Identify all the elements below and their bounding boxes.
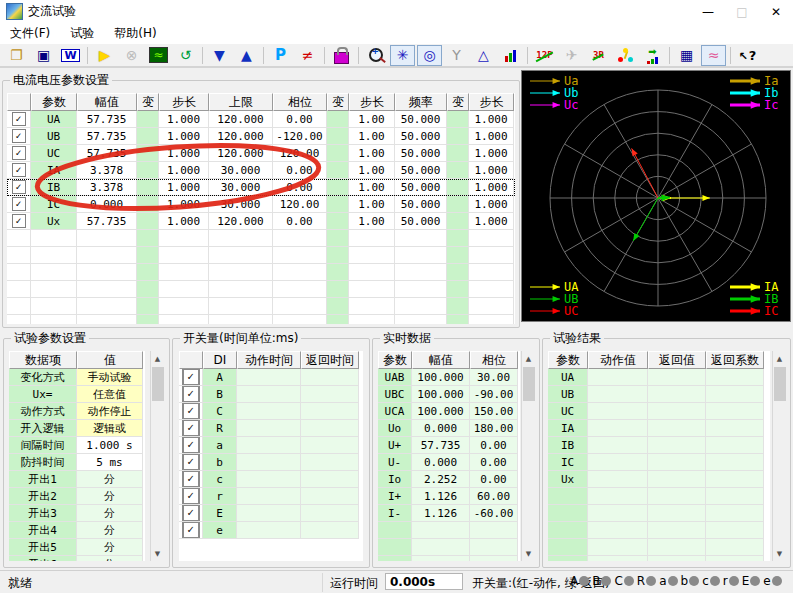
scroll-up-icon[interactable]: ▲	[773, 351, 786, 366]
cell-value[interactable]: 逻辑或	[77, 420, 143, 437]
cell-step3[interactable]: 1.000	[469, 162, 514, 179]
checkbox[interactable]: ✓	[182, 437, 200, 454]
scroll-down-icon[interactable]: ▼	[151, 546, 164, 561]
cell-freq[interactable]: 50.000	[395, 196, 447, 213]
delta-button[interactable]: △	[471, 45, 496, 66]
phase-button[interactable]: P	[268, 45, 293, 66]
cell-amp[interactable]: 57.735	[77, 128, 137, 145]
harmonic-button[interactable]: ◎	[417, 45, 442, 66]
realtime-scrollbar[interactable]: ▲ ▼	[521, 351, 535, 561]
cell-param[interactable]: UB	[31, 128, 77, 145]
cell-limit[interactable]: 30.000	[209, 196, 273, 213]
cell-step3[interactable]: 1.000	[469, 179, 514, 196]
cell-freq[interactable]: 50.000	[395, 213, 447, 230]
cell-value[interactable]: 1.000 s	[77, 437, 143, 454]
cell-step2[interactable]: 1.00	[349, 111, 395, 128]
phasor-balls-button[interactable]	[613, 45, 638, 66]
lock-button[interactable]	[329, 45, 354, 66]
checkbox[interactable]: ✓	[182, 454, 200, 471]
cell-step2[interactable]: 1.00	[349, 179, 395, 196]
undo-button[interactable]: ↺	[173, 45, 198, 66]
cell-value[interactable]: 手动试验	[77, 369, 143, 386]
checkbox[interactable]: ✓	[182, 488, 200, 505]
checkbox[interactable]: ✓	[182, 471, 200, 488]
cell-freq[interactable]: 50.000	[395, 162, 447, 179]
cell-param[interactable]: IA	[31, 162, 77, 179]
cell-step3[interactable]: 1.000	[469, 196, 514, 213]
scroll-down-icon[interactable]: ▼	[773, 546, 786, 561]
cell-step1[interactable]: 1.000	[159, 162, 209, 179]
cell-step1[interactable]: 1.000	[159, 111, 209, 128]
open-file-button[interactable]: ❐	[4, 45, 29, 66]
checkbox[interactable]: ✓	[182, 505, 200, 522]
scroll-up-icon[interactable]: ▲	[151, 351, 164, 366]
export-report-button[interactable]: ➡	[640, 45, 665, 66]
help-button[interactable]: ↖?	[735, 45, 760, 66]
wye-button[interactable]: Y	[444, 45, 469, 66]
cell-limit[interactable]: 30.000	[209, 162, 273, 179]
cell-amp[interactable]: 3.378	[77, 179, 137, 196]
cell-param[interactable]: UC	[31, 145, 77, 162]
cell-phase[interactable]: -120.00	[273, 128, 327, 145]
checkbox[interactable]: ✓	[12, 146, 26, 160]
cell-param[interactable]: IB	[31, 179, 77, 196]
cell-amp[interactable]: 57.735	[77, 145, 137, 162]
cell-value[interactable]: 分	[77, 539, 143, 556]
cell-step2[interactable]: 1.00	[349, 162, 395, 179]
cell-amp[interactable]: 57.735	[77, 111, 137, 128]
cell-phase[interactable]: 0.00	[273, 213, 327, 230]
test-3r-button[interactable]: 3R	[586, 45, 611, 66]
close-button[interactable]: ✕	[759, 0, 793, 23]
fly-button[interactable]: ✈	[559, 45, 584, 66]
cell-step1[interactable]: 1.000	[159, 128, 209, 145]
calculator-button[interactable]: ▦	[674, 45, 699, 66]
cell-step1[interactable]: 1.000	[159, 196, 209, 213]
scroll-down-icon[interactable]: ▼	[522, 546, 535, 561]
cell-step3[interactable]: 1.000	[469, 128, 514, 145]
maximize-button[interactable]: □	[725, 0, 759, 23]
cell-param[interactable]: UA	[31, 111, 77, 128]
cell-phase[interactable]: 0.00	[273, 111, 327, 128]
checkbox[interactable]: ✓	[12, 180, 26, 194]
cell-phase[interactable]: 0.00	[273, 179, 327, 196]
cell-value[interactable]: 任意值	[77, 386, 143, 403]
cell-amp[interactable]: 0.000	[77, 196, 137, 213]
waveform-display-button[interactable]: ≈	[146, 45, 171, 66]
menu-item-2[interactable]: 帮助(H)	[104, 23, 166, 44]
cell-step3[interactable]: 1.000	[469, 111, 514, 128]
cell-step3[interactable]: 1.000	[469, 213, 514, 230]
cell-amp[interactable]: 57.735	[77, 213, 137, 230]
cell-phase[interactable]: 120.00	[273, 196, 327, 213]
checkbox[interactable]: ✓	[182, 369, 200, 386]
fault-button[interactable]: ≠	[295, 45, 320, 66]
minimize-button[interactable]: —	[691, 0, 725, 23]
scroll-thumb[interactable]	[152, 367, 164, 401]
menu-item-1[interactable]: 试验	[60, 23, 104, 44]
cell-value[interactable]: 分	[77, 556, 143, 561]
cell-freq[interactable]: 50.000	[395, 145, 447, 162]
cell-value[interactable]: 分	[77, 488, 143, 505]
step-down-button[interactable]: ▼	[207, 45, 232, 66]
cell-value[interactable]: 分	[77, 522, 143, 539]
cell-phase[interactable]: 0.00	[273, 162, 327, 179]
checkbox[interactable]: ✓	[182, 403, 200, 420]
cell-step2[interactable]: 1.00	[349, 128, 395, 145]
cell-param[interactable]: IC	[31, 196, 77, 213]
save-button[interactable]: ▣	[31, 45, 56, 66]
checkbox[interactable]: ✓	[12, 129, 26, 143]
cell-amp[interactable]: 3.378	[77, 162, 137, 179]
menu-item-0[interactable]: 文件(F)	[0, 23, 60, 44]
cell-limit[interactable]: 120.000	[209, 128, 273, 145]
cell-step1[interactable]: 1.000	[159, 179, 209, 196]
cell-value[interactable]: 5 ms	[77, 454, 143, 471]
cell-value[interactable]: 分	[77, 505, 143, 522]
cell-freq[interactable]: 50.000	[395, 179, 447, 196]
step-up-button[interactable]: ▲	[234, 45, 259, 66]
test-12p-button[interactable]: 12P	[532, 45, 557, 66]
cell-phase[interactable]: 120.00	[273, 145, 327, 162]
wave-small-button[interactable]: ≈	[701, 45, 726, 66]
cell-param[interactable]: Ux	[31, 213, 77, 230]
checkbox[interactable]: ✓	[182, 386, 200, 403]
checkbox[interactable]: ✓	[12, 163, 26, 177]
cell-value[interactable]: 分	[77, 471, 143, 488]
